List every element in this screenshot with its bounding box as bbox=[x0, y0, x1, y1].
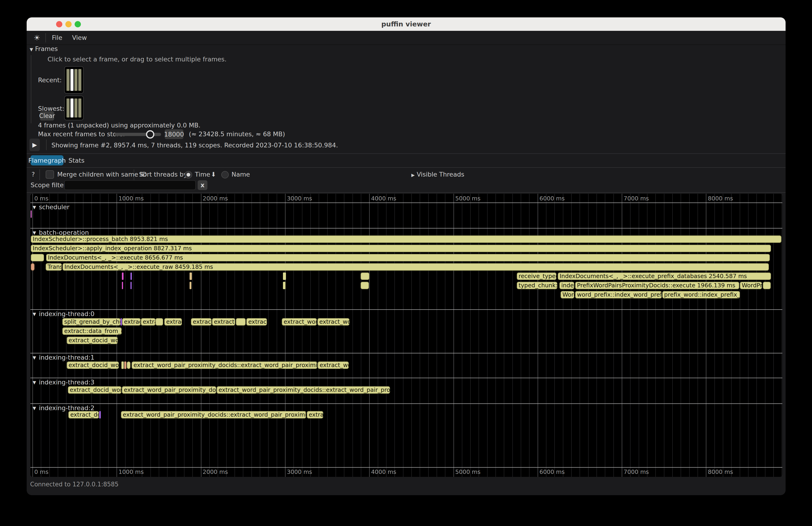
flamegraph-scope[interactable]: extract_wo bbox=[318, 318, 349, 325]
status-bar: Connected to 127.0.0.1:8585 bbox=[30, 481, 119, 488]
flamegraph-scope[interactable]: extract_word bbox=[282, 318, 317, 325]
tab-flamegraph[interactable]: Flamegraph bbox=[31, 155, 63, 165]
frame-thumbnail-bar[interactable] bbox=[74, 69, 77, 91]
flamegraph-scope[interactable]: IndexDocuments<_, _>::execute 8656.677 m… bbox=[46, 254, 770, 261]
merge-children-label[interactable]: Merge children with same ID bbox=[57, 171, 147, 178]
frame-thumbnail-bar[interactable] bbox=[74, 99, 77, 117]
flamegraph-scope[interactable] bbox=[31, 210, 32, 218]
tab-stats[interactable]: Stats bbox=[70, 155, 84, 165]
flamegraph-scope[interactable] bbox=[283, 282, 286, 289]
flamegraph-scope[interactable] bbox=[31, 254, 44, 261]
flamegraph-scope[interactable]: IndexScheduler>::apply_index_operation 8… bbox=[31, 245, 771, 252]
flamegraph-scope[interactable]: prefix_word::index_prefix_wo bbox=[662, 291, 740, 298]
flamegraph-scope[interactable] bbox=[121, 362, 124, 369]
flamegraph-scope[interactable]: extrac bbox=[307, 411, 323, 419]
flamegraph-scope[interactable]: extract_doc bbox=[68, 411, 99, 419]
flamegraph-scope[interactable]: WordPr bbox=[740, 282, 762, 289]
flamegraph-scope[interactable] bbox=[283, 273, 286, 280]
clear-filter-button[interactable]: x bbox=[198, 180, 207, 190]
flamegraph-scope[interactable]: extract::data_from_ob bbox=[62, 327, 122, 335]
flamegraph-scope[interactable]: IndexDocuments<_, _>::execute_prefix_dat… bbox=[558, 273, 771, 280]
flamegraph-scope[interactable]: extract_word_pair_proximity_docids::extr… bbox=[121, 411, 306, 419]
flamegraph-scope[interactable]: IndexDocuments<_, _>::execute_raw 8459.1… bbox=[62, 263, 769, 271]
thread-header-batch-operation[interactable]: ▼batch-operation bbox=[33, 229, 89, 236]
scope-filter-input[interactable] bbox=[64, 180, 196, 190]
flamegraph-scope[interactable] bbox=[361, 282, 369, 289]
thread-header-indexing-thread:2[interactable]: ▼indexing-thread:2 bbox=[33, 404, 95, 411]
flamegraph-scope[interactable] bbox=[120, 318, 122, 325]
flamegraph-scope[interactable]: receive_typed_ bbox=[517, 273, 556, 280]
flamegraph-scope[interactable] bbox=[236, 318, 246, 325]
menu-file[interactable]: File bbox=[52, 34, 62, 41]
flamegraph-scope[interactable]: extract bbox=[122, 318, 141, 325]
flamegraph-scope[interactable]: index bbox=[560, 282, 574, 289]
axis-tick-label: 7000 ms bbox=[624, 469, 649, 475]
flamegraph-scope[interactable] bbox=[156, 318, 163, 325]
flamegraph-canvas[interactable]: 0 ms0 ms1000 ms1000 ms2000 ms2000 ms3000… bbox=[30, 194, 782, 477]
minimize-button[interactable] bbox=[66, 21, 72, 27]
flamegraph-scope[interactable]: extra bbox=[141, 318, 156, 325]
flamegraph-scope[interactable] bbox=[124, 362, 126, 369]
flamegraph-scope[interactable]: extract_docid_word bbox=[67, 337, 118, 344]
thread-header-indexing-thread:3[interactable]: ▼indexing-thread:3 bbox=[33, 379, 95, 386]
help-button[interactable]: ? bbox=[31, 171, 35, 178]
thread-header-indexing-thread:1[interactable]: ▼indexing-thread:1 bbox=[33, 354, 95, 361]
flamegraph-scope[interactable] bbox=[99, 411, 101, 419]
max-frames-value[interactable]: 18000 bbox=[165, 129, 183, 139]
thread-name: indexing-thread:0 bbox=[39, 310, 95, 318]
sort-direction-arrow-icon[interactable]: ⬇ bbox=[211, 171, 216, 178]
flamegraph-scope[interactable]: IndexScheduler>::process_batch 8953.821 … bbox=[31, 235, 781, 243]
flamegraph-scope[interactable]: extract_docid_word bbox=[67, 362, 119, 369]
recent-frames-thumbnail[interactable] bbox=[64, 66, 84, 93]
flamegraph-scope[interactable]: typed_chunk::w bbox=[517, 282, 557, 289]
flamegraph-scope[interactable]: Trans bbox=[46, 263, 62, 271]
max-frames-slider-knob[interactable] bbox=[146, 130, 154, 138]
flamegraph-scope[interactable]: extract_wo bbox=[318, 362, 349, 369]
flamegraph-scope[interactable]: split_grenad_by_chun bbox=[62, 318, 120, 325]
flamegraph-scope[interactable]: extract_word_pair_proximity_docids::extr… bbox=[217, 386, 390, 394]
visible-threads-header[interactable]: ▶ Visible Threads bbox=[411, 171, 464, 178]
flamegraph-scope[interactable] bbox=[190, 273, 192, 280]
flamegraph-scope[interactable]: Word bbox=[561, 291, 574, 298]
merge-children-checkbox[interactable] bbox=[46, 170, 54, 179]
flamegraph-scope[interactable]: extrac bbox=[164, 318, 182, 325]
frames-header[interactable]: ▼ Frames bbox=[30, 45, 58, 53]
close-button[interactable] bbox=[56, 21, 62, 27]
maximize-button[interactable] bbox=[75, 21, 81, 27]
flamegraph-scope[interactable]: extract_docid_word bbox=[68, 386, 121, 394]
frame-thumbnail-bar[interactable] bbox=[70, 99, 73, 117]
flamegraph-scope[interactable]: extract bbox=[246, 318, 267, 325]
slowest-frames-thumbnail[interactable] bbox=[64, 96, 84, 120]
flamegraph-scope[interactable]: extract_word_pair_proximity_docids bbox=[122, 386, 216, 394]
flamegraph-scope[interactable]: extract_word_pair_proximity_docids::extr… bbox=[132, 362, 317, 369]
menu-view[interactable]: View bbox=[72, 34, 87, 41]
frame-thumbnail-bar[interactable] bbox=[67, 69, 70, 91]
flamegraph-scope[interactable] bbox=[31, 263, 34, 271]
flamegraph-scope[interactable] bbox=[361, 273, 369, 280]
flamegraph-scope[interactable] bbox=[763, 282, 771, 289]
theme-toggle-icon[interactable]: ☀ bbox=[33, 33, 40, 42]
frame-thumbnail-bar[interactable] bbox=[70, 69, 73, 91]
flamegraph-scope[interactable]: extract_ bbox=[191, 318, 212, 325]
flamegraph-scope[interactable] bbox=[130, 282, 132, 289]
sort-name-radio[interactable] bbox=[221, 171, 229, 178]
thread-name: indexing-thread:3 bbox=[39, 379, 95, 386]
thread-header-scheduler[interactable]: ▼scheduler bbox=[33, 203, 70, 210]
frame-thumbnail-bar[interactable] bbox=[67, 99, 70, 117]
flamegraph-scope[interactable] bbox=[190, 282, 191, 289]
frame-thumbnail-bar[interactable] bbox=[78, 69, 81, 91]
sort-name-label[interactable]: Name bbox=[232, 171, 250, 178]
flamegraph-scope[interactable] bbox=[122, 273, 124, 280]
flamegraph-scope[interactable]: word_prefix::index_word_prefix_ bbox=[575, 291, 662, 298]
play-button[interactable]: ▶ bbox=[29, 138, 40, 151]
flamegraph-scope[interactable] bbox=[130, 273, 132, 280]
flamegraph-scope[interactable]: PrefixWordPairsProximityDocids::execute … bbox=[575, 282, 739, 289]
sort-time-label[interactable]: Time bbox=[195, 171, 210, 178]
frame-thumbnail-bar[interactable] bbox=[78, 99, 81, 117]
clear-button[interactable]: Clear bbox=[40, 111, 54, 120]
sort-time-radio[interactable] bbox=[185, 171, 192, 178]
flamegraph-scope[interactable] bbox=[122, 282, 123, 289]
flamegraph-scope[interactable] bbox=[127, 362, 130, 369]
thread-header-indexing-thread:0[interactable]: ▼indexing-thread:0 bbox=[33, 310, 95, 318]
flamegraph-scope[interactable]: extract_ bbox=[212, 318, 235, 325]
